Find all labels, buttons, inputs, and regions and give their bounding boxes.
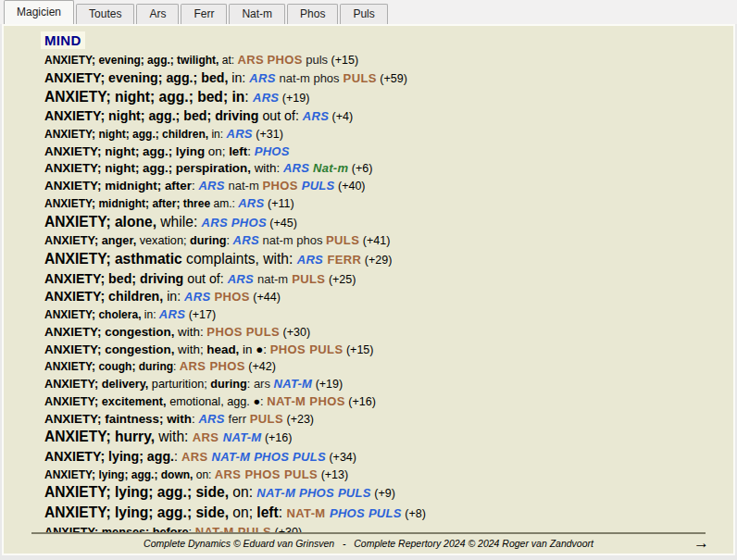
remedy-abbrev[interactable]: PHOS xyxy=(262,179,297,193)
remedy-abbrev[interactable]: PHOS xyxy=(214,290,249,304)
rubric-text: out of: xyxy=(258,108,302,123)
remedy-abbrev[interactable]: ARS xyxy=(198,179,224,193)
remedy-abbrev[interactable]: NAT-M PHOS PULS xyxy=(212,450,326,464)
rubric-row[interactable]: ANXIETY; lying; agg.; side, on; left: NA… xyxy=(4,504,733,523)
tab-puls[interactable]: Puls xyxy=(340,4,387,24)
rubric-row[interactable]: ANXIETY; excitement, emotional, agg. ●: … xyxy=(4,393,733,410)
rubric-row[interactable]: ANXIETY; evening; agg.; bed, in: ARS nat… xyxy=(4,69,733,87)
rubric-row[interactable]: ANXIETY; lying; agg.: ARS NAT-M PHOS PUL… xyxy=(4,448,733,466)
remedy-abbrev[interactable]: PHOS PULS xyxy=(206,325,280,339)
remedy-abbrev[interactable]: ARS xyxy=(198,412,224,426)
remedy-abbrev[interactable]: NAT-M xyxy=(286,506,325,520)
remedy-abbrev[interactable]: ARS xyxy=(184,290,210,304)
rubric-text: in: xyxy=(208,128,226,141)
remedy-abbrev[interactable]: NAT-M xyxy=(223,430,262,444)
rubric-row[interactable]: ANXIETY; bed; driving out of: ARS nat-m … xyxy=(4,270,733,288)
rubric-row[interactable]: ANXIETY; night; agg.; perspiration, with… xyxy=(4,160,733,177)
tab-ars[interactable]: Ars xyxy=(136,4,179,24)
remedy-abbrev[interactable]: PULS xyxy=(344,71,377,85)
remedy-abbrev[interactable]: Nat-m xyxy=(313,161,348,175)
rubric-row[interactable]: ANXIETY; night; agg.; children, in: ARS … xyxy=(4,126,733,143)
tab-phos[interactable]: Phos xyxy=(287,4,338,24)
remedy-abbrev[interactable]: ARS xyxy=(297,253,323,267)
rubric-row[interactable]: ANXIETY; cough; during: ARS PHOS (+42) xyxy=(4,358,733,375)
rubric-row[interactable]: ANXIETY; cholera, in: ARS (+17) xyxy=(4,306,733,323)
rubric-row[interactable]: ANXIETY; menses; before: NAT-M PULS (+30… xyxy=(4,524,733,532)
rubric-text: ANXIETY; evening; agg.; twilight, xyxy=(44,54,219,67)
remedy-abbrev[interactable]: PULS xyxy=(250,412,283,426)
remedy-abbrev[interactable]: ARS xyxy=(249,71,275,85)
rubric-row[interactable]: ANXIETY; evening; agg.; twilight, at: AR… xyxy=(4,52,733,68)
remedy-abbrev[interactable]: NAT-M PHOS PULS xyxy=(256,486,370,500)
rubric-row[interactable]: ANXIETY; congestion, with; head, in ●: P… xyxy=(4,342,733,358)
rubric-row[interactable]: ANXIETY; congestion, with: PHOS PULS (+3… xyxy=(4,324,733,341)
remedy-abbrev[interactable]: ARS xyxy=(283,161,309,175)
remedy-abbrev[interactable]: PULS xyxy=(302,179,335,193)
remedy-abbrev[interactable]: ARS xyxy=(303,109,329,123)
remedy-abbrev[interactable]: PHOS xyxy=(255,144,290,158)
tab-nat-m[interactable]: Nat-m xyxy=(229,4,285,24)
remedy-abbrev[interactable]: nat-m phos xyxy=(280,71,340,85)
rubric-text: emotional, agg. ●: xyxy=(167,395,268,408)
rubric-row[interactable]: ANXIETY; lying; agg.; side, on: NAT-M PH… xyxy=(4,483,733,503)
remedy-count: (+13) xyxy=(318,468,348,481)
remedy-abbrev[interactable]: FERR xyxy=(327,253,361,267)
remedy-abbrev[interactable]: NAT-M PHOS xyxy=(267,394,345,408)
remedy-abbrev[interactable]: PHOS PULS xyxy=(270,342,344,356)
tab-ferr[interactable]: Ferr xyxy=(181,4,227,24)
remedy-abbrev[interactable]: ARS xyxy=(159,307,185,321)
remedy-count: (+41) xyxy=(359,234,390,247)
rubric-row[interactable]: ANXIETY; hurry, with: ARS NAT-M (+16) xyxy=(4,428,733,447)
rubric-row[interactable]: ANXIETY; night; agg.; bed; driving out o… xyxy=(4,107,733,125)
rubric-row[interactable]: ANXIETY; midnight; after: ARS nat-m PHOS… xyxy=(4,178,733,194)
remedy-abbrev[interactable]: PULS xyxy=(292,272,325,286)
remedy-abbrev[interactable]: PHOS xyxy=(267,53,302,67)
chapter-title[interactable]: MIND xyxy=(41,31,85,49)
remedy-abbrev[interactable]: ars xyxy=(254,377,270,391)
remedy-abbrev[interactable]: nat-m xyxy=(229,179,259,193)
remedy-abbrev[interactable]: PULS xyxy=(326,233,359,247)
remedy-abbrev[interactable]: ARS xyxy=(238,196,264,210)
rubric-row[interactable]: ANXIETY; midnight; after; three am.: ARS… xyxy=(4,195,733,212)
remedy-abbrev[interactable]: PHOS PULS xyxy=(330,506,402,520)
rubric-row[interactable]: ANXIETY; faintness; with: ARS ferr PULS … xyxy=(4,411,733,428)
remedy-abbrev[interactable]: nat-m phos xyxy=(262,233,322,247)
remedy-abbrev[interactable]: ARS xyxy=(226,127,252,141)
remedy-abbrev[interactable]: ARS xyxy=(193,430,219,444)
remedy-abbrev[interactable]: ARS PHOS xyxy=(180,359,245,373)
rubric-row[interactable]: ANXIETY; night; agg.; bed; in: ARS (+19) xyxy=(4,88,733,107)
rubric-text: in: xyxy=(228,70,249,85)
rubric-row[interactable]: ANXIETY; delivery, parturition; during: … xyxy=(4,376,733,392)
remedy-abbrev[interactable]: ARS xyxy=(228,272,254,286)
remedy-abbrev[interactable]: ARS PHOS PULS xyxy=(215,467,318,481)
remedy-abbrev[interactable]: nat-m xyxy=(257,272,288,286)
rubric-row[interactable]: ANXIETY; asthmatic complaints, with: ARS… xyxy=(4,250,733,269)
remedy-abbrev[interactable]: NAT-M PULS xyxy=(195,525,271,532)
tab-magicien[interactable]: Magicien xyxy=(4,0,74,24)
footer-separator: - xyxy=(343,538,346,549)
rubric-row[interactable]: ANXIETY; lying; agg.; down, on: ARS PHOS… xyxy=(4,467,733,483)
rubric-row[interactable]: ANXIETY; children, in: ARS PHOS (+44) xyxy=(4,288,733,305)
remedy-abbrev[interactable]: ferr xyxy=(229,412,247,426)
rubric-row[interactable]: ANXIETY; alone, while: ARS PHOS (+45) xyxy=(4,213,733,232)
remedy-abbrev[interactable]: ARS xyxy=(237,53,264,67)
rubric-row[interactable]: ANXIETY; anger, vexation; during: ARS na… xyxy=(4,232,733,249)
remedy-abbrev[interactable]: NAT-M xyxy=(273,377,312,391)
rubric-text: left xyxy=(256,504,278,520)
rubric-text: ANXIETY; lying; agg.; side, xyxy=(44,484,229,500)
footer: Complete Dynamics © Eduard van Grinsven … xyxy=(4,532,733,554)
remedy-abbrev[interactable]: ARS xyxy=(233,233,259,247)
remedy-count: (+16) xyxy=(345,395,376,408)
rubric-row[interactable]: ANXIETY; night; agg.; lying on; left: PH… xyxy=(4,143,733,160)
rubric-text: on: xyxy=(193,468,214,481)
remedy-abbrev[interactable]: ARS xyxy=(253,91,279,105)
rubric-text: in ●: xyxy=(239,342,269,356)
rubric-text: ANXIETY; children, xyxy=(44,289,163,304)
remedy-abbrev[interactable]: ARS PHOS xyxy=(202,216,267,230)
remedy-abbrev[interactable]: ARS xyxy=(181,450,208,464)
next-page-arrow-icon[interactable]: → xyxy=(693,535,709,551)
remedy-count: (+17) xyxy=(185,308,216,321)
rubric-text: parturition; xyxy=(148,378,210,391)
tab-toutes[interactable]: Toutes xyxy=(76,4,134,24)
remedy-abbrev[interactable]: puls xyxy=(306,53,328,67)
